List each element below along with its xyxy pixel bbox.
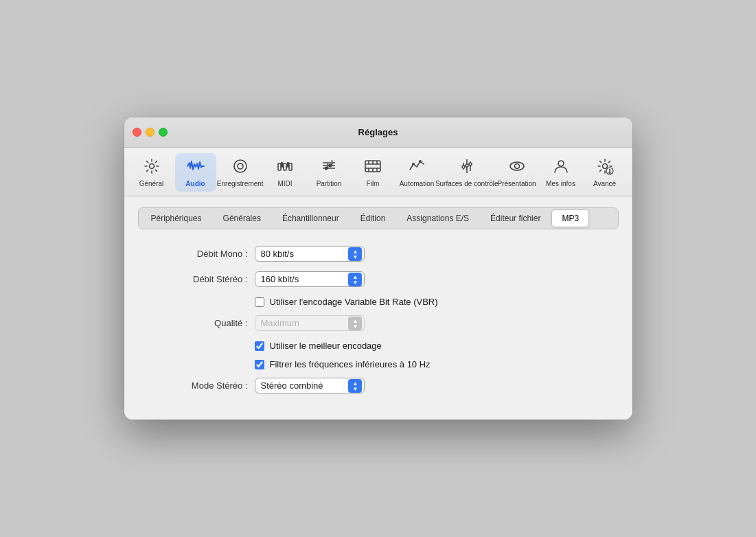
close-button[interactable]	[133, 128, 141, 137]
svg-point-33	[469, 163, 472, 165]
svg-point-27	[419, 160, 422, 163]
mode-stereo-select[interactable]: Stéréo combiné Stéréo Mono	[255, 378, 365, 393]
window-title: Réglages	[358, 127, 398, 137]
subtab-echantillonneur[interactable]: Échantillonneur	[272, 209, 350, 227]
toolbar-item-film[interactable]: Film	[352, 153, 393, 192]
svg-point-32	[462, 165, 465, 168]
debit-stereo-row: Débit Stéréo : 128 kbit/s 160 kbit/s 192…	[152, 271, 605, 287]
svg-point-40	[609, 172, 610, 174]
qualite-label: Qualité :	[152, 318, 248, 328]
film-icon	[364, 157, 382, 178]
advanced-icon	[596, 157, 614, 178]
mode-stereo-label: Mode Stéréo :	[152, 380, 248, 391]
traffic-lights	[133, 128, 168, 137]
debit-mono-label: Débit Mono :	[152, 249, 248, 259]
vbr-label[interactable]: Utiliser l'encodage Variable Bit Rate (V…	[270, 297, 438, 307]
svg-point-0	[149, 164, 154, 169]
qualite-select[interactable]: Maximum Haute Moyenne Basse	[255, 315, 365, 331]
meilleur-encodage-label[interactable]: Utiliser le meilleur encodage	[270, 341, 382, 351]
debit-stereo-select-wrapper: 128 kbit/s 160 kbit/s 192 kbit/s 256 kbi…	[255, 271, 365, 287]
midi-icon	[276, 157, 294, 178]
toolbar-item-midi[interactable]: MIDI	[264, 153, 306, 192]
subtab-peripheriques[interactable]: Périphériques	[141, 209, 212, 227]
subtab-generales[interactable]: Générales	[213, 209, 271, 227]
automation-icon	[408, 157, 426, 178]
toolbar-item-mesinfos[interactable]: Mes infos	[540, 153, 582, 192]
toolbar-label-presentation: Présentation	[497, 180, 536, 187]
toolbar-item-general[interactable]: Général	[131, 153, 172, 192]
toolbar-item-automation[interactable]: Automation	[396, 153, 437, 192]
titlebar: Réglages	[124, 117, 632, 148]
subtab-edition[interactable]: Édition	[350, 209, 396, 227]
subtab-bar: Périphériques Générales Échantillonneur …	[138, 207, 619, 229]
debit-mono-row: Débit Mono : 80 kbit/s 96 kbit/s 128 kbi…	[152, 246, 605, 262]
svg-rect-5	[289, 163, 292, 170]
toolbar-item-audio[interactable]: Audio	[175, 153, 216, 192]
main-window: Réglages Général Audio	[124, 117, 632, 420]
filtrer-label[interactable]: Filtrer les fréquences inférieures à 10 …	[270, 359, 431, 369]
svg-rect-9	[287, 162, 289, 167]
toolbar-label-audio: Audio	[185, 180, 205, 187]
qualite-select-wrapper: Maximum Haute Moyenne Basse ▲ ▼	[255, 315, 365, 331]
debit-mono-select-wrapper: 80 kbit/s 96 kbit/s 128 kbit/s 160 kbit/…	[255, 246, 365, 262]
eye-icon	[508, 157, 526, 178]
svg-point-37	[602, 164, 607, 169]
content-area: Périphériques Générales Échantillonneur …	[124, 196, 632, 420]
gear-icon	[143, 157, 161, 178]
svg-point-1	[234, 160, 247, 172]
svg-rect-4	[284, 163, 286, 170]
partition-icon	[320, 157, 338, 178]
filtrer-checkbox[interactable]	[255, 360, 264, 369]
toolbar-label-enregistrement: Enregistrement	[217, 180, 264, 187]
person-icon	[552, 157, 570, 178]
record-icon	[231, 157, 249, 178]
vbr-checkbox[interactable]	[255, 297, 264, 307]
toolbar-label-midi: MIDI	[277, 180, 292, 187]
svg-point-35	[514, 164, 519, 169]
svg-point-26	[412, 163, 415, 165]
surfaces-icon	[458, 157, 476, 178]
mp3-form: Débit Mono : 80 kbit/s 96 kbit/s 128 kbi…	[138, 243, 619, 406]
svg-rect-8	[281, 162, 283, 167]
vbr-row: Utiliser l'encodage Variable Bit Rate (V…	[255, 297, 605, 307]
debit-stereo-select[interactable]: 128 kbit/s 160 kbit/s 192 kbit/s 256 kbi…	[255, 271, 365, 287]
toolbar-label-surfaces: Surfaces de contrôle	[435, 180, 499, 187]
audio-waveform-icon	[187, 157, 205, 178]
toolbar-item-avance[interactable]: Avancé	[584, 153, 626, 192]
svg-point-31	[466, 164, 468, 167]
svg-rect-3	[278, 163, 281, 170]
meilleur-encodage-checkbox[interactable]	[255, 341, 264, 351]
debit-mono-select[interactable]: 80 kbit/s 96 kbit/s 128 kbit/s 160 kbit/…	[255, 246, 365, 262]
toolbar-item-surfaces[interactable]: Surfaces de contrôle	[440, 153, 494, 192]
subtab-editeur[interactable]: Éditeur fichier	[480, 209, 551, 227]
debit-stereo-label: Débit Stéréo :	[152, 274, 248, 284]
toolbar-label-general: Général	[139, 180, 164, 187]
minimize-button[interactable]	[146, 128, 154, 137]
qualite-row: Qualité : Maximum Haute Moyenne Basse ▲ …	[152, 315, 605, 331]
svg-point-2	[238, 163, 243, 169]
mode-stereo-select-wrapper: Stéréo combiné Stéréo Mono ▲ ▼	[255, 378, 365, 393]
toolbar-label-partition: Partition	[317, 180, 342, 187]
mode-stereo-row: Mode Stéréo : Stéréo combiné Stéréo Mono…	[152, 378, 605, 393]
svg-point-36	[558, 161, 564, 166]
toolbar-label-avance: Avancé	[593, 180, 616, 187]
toolbar-label-mesinfos: Mes infos	[546, 180, 575, 187]
subtab-mp3[interactable]: MP3	[551, 209, 589, 227]
toolbar-label-film: Film	[367, 180, 380, 187]
toolbar: Général Audio Enregistrement	[124, 148, 632, 196]
maximize-button[interactable]	[159, 128, 168, 137]
filtrer-row: Filtrer les fréquences inférieures à 10 …	[255, 359, 605, 369]
meilleur-encodage-row: Utiliser le meilleur encodage	[255, 341, 605, 351]
toolbar-item-enregistrement[interactable]: Enregistrement	[219, 153, 262, 192]
subtab-assignations[interactable]: Assignations E/S	[396, 209, 479, 227]
toolbar-label-automation: Automation	[400, 180, 435, 187]
toolbar-item-presentation[interactable]: Présentation	[496, 153, 538, 192]
toolbar-item-partition[interactable]: Partition	[308, 153, 350, 192]
